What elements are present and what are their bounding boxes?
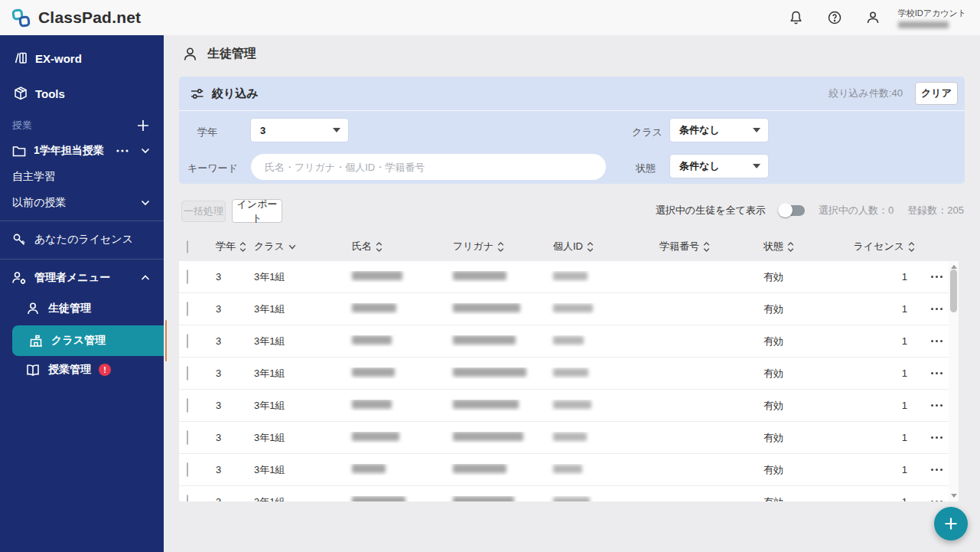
tools-icon (12, 85, 29, 102)
sidebar-item-ex-word[interactable]: EX-word (0, 47, 164, 69)
table-header-cell[interactable]: 学籍番号 (653, 240, 757, 253)
sort-both-icon[interactable] (787, 242, 794, 252)
sort-both-icon[interactable] (587, 242, 594, 252)
sort-both-icon[interactable] (703, 242, 710, 252)
account-person-icon[interactable] (860, 5, 886, 31)
notification-bell-icon[interactable] (783, 5, 809, 31)
furigana-redacted (453, 400, 519, 409)
sidebar-item-lesson-folder[interactable]: 1学年担当授業 (0, 141, 164, 161)
sidebar-item-student-management[interactable]: 生徒管理 (0, 298, 164, 319)
grade-select[interactable]: 3 (251, 119, 348, 142)
license-cell: 1 (851, 464, 915, 475)
import-button[interactable]: インポート (232, 199, 282, 223)
previous-chevron-down-icon[interactable] (141, 200, 150, 206)
row-more-icon[interactable] (928, 273, 946, 281)
row-more-icon[interactable] (928, 305, 946, 313)
sidebar-item-self-study[interactable]: 自主学習 (0, 167, 164, 187)
table-header-cell[interactable]: フリガナ (447, 240, 547, 253)
add-lesson-button[interactable] (136, 119, 150, 132)
status-cell: 有効 (757, 431, 851, 445)
column-label: 個人ID (553, 240, 583, 253)
row-checkbox[interactable] (187, 462, 188, 477)
scroll-up-icon[interactable] (951, 265, 957, 269)
chevron-down-icon (333, 128, 340, 132)
folder-chevron-down-icon[interactable] (141, 148, 150, 154)
sidebar-item-label: 以前の授業 (12, 196, 66, 210)
class-select[interactable]: 条件なし (670, 119, 768, 142)
class-cell: 3年1組 (248, 270, 346, 284)
folder-more-icon[interactable] (116, 149, 129, 152)
batch-process-button[interactable]: 一括処理 (181, 201, 226, 222)
grade-cell: 3 (210, 400, 248, 411)
sort-both-icon[interactable] (376, 242, 383, 252)
table-header-cell[interactable]: 氏名 (346, 240, 447, 253)
row-checkbox[interactable] (187, 334, 188, 348)
registered-count: 登録数：205 (907, 204, 964, 217)
personal-id-redacted (553, 400, 591, 409)
lessons-section-label: 授業 (12, 119, 32, 132)
book-icon (24, 362, 41, 377)
sidebar-item-previous-lessons[interactable]: 以前の授業 (0, 193, 164, 213)
furigana-redacted (453, 496, 514, 501)
column-label: 学籍番号 (659, 240, 699, 253)
sidebar-item-admin-menu[interactable]: 管理者メニュー (0, 267, 164, 289)
class-cell: 3年1組 (248, 302, 346, 316)
table-row: 3 3年1組 有効 1 (179, 358, 959, 390)
row-more-icon[interactable] (928, 369, 946, 377)
grade-cell: 3 (210, 303, 248, 315)
sidebar-item-label: クラス管理 (51, 334, 106, 348)
row-checkbox[interactable] (187, 398, 188, 413)
row-more-icon[interactable] (928, 433, 946, 442)
add-student-fab-button[interactable] (934, 507, 968, 541)
sort-down-icon[interactable] (288, 244, 296, 250)
select-all-checkbox[interactable] (187, 240, 188, 253)
row-more-icon[interactable] (928, 401, 946, 410)
sort-both-icon[interactable] (239, 242, 246, 252)
row-checkbox[interactable] (187, 302, 188, 316)
scrollbar-thumb[interactable] (950, 269, 957, 312)
column-label: 学年 (216, 240, 236, 253)
clear-button[interactable]: クリア (915, 82, 958, 105)
row-more-icon[interactable] (928, 498, 946, 501)
name-redacted (352, 464, 386, 473)
row-checkbox[interactable] (187, 269, 188, 284)
sidebar-item-lesson-management[interactable]: 授業管理 ! (0, 359, 164, 381)
class-cell: 3年1組 (248, 335, 346, 348)
show-selected-toggle[interactable] (780, 205, 805, 216)
admin-chevron-up-icon[interactable] (141, 275, 150, 281)
table-header-cell[interactable]: 個人ID (547, 240, 653, 253)
table-row: 3 3年1組 有効 1 (179, 454, 959, 486)
row-checkbox[interactable] (187, 430, 188, 445)
sort-both-icon[interactable] (497, 242, 504, 252)
keyword-search-input[interactable] (251, 154, 606, 180)
status-select[interactable]: 条件なし (670, 155, 768, 178)
scroll-down-icon[interactable] (951, 494, 957, 498)
column-label: 氏名 (352, 240, 372, 253)
sidebar-divider (0, 259, 164, 260)
class-select-value: 条件なし (679, 123, 720, 137)
sidebar-item-your-license[interactable]: あなたのライセンス (0, 229, 164, 250)
table-header-cell[interactable]: 学年 (210, 240, 248, 253)
table-header-cell[interactable]: クラス (248, 240, 346, 253)
license-cell: 1 (851, 303, 915, 315)
license-cell: 1 (851, 432, 915, 443)
table-header-cell[interactable]: 状態 (757, 240, 851, 253)
row-checkbox[interactable] (187, 495, 188, 502)
row-checkbox[interactable] (187, 366, 188, 381)
status-cell: 有効 (757, 399, 851, 413)
sidebar-item-tools[interactable]: Tools (0, 83, 164, 104)
help-icon[interactable] (822, 5, 848, 31)
column-label: 状態 (763, 240, 783, 253)
personal-id-redacted (553, 336, 584, 345)
sidebar-item-label: Tools (35, 87, 65, 100)
name-redacted (352, 271, 402, 280)
row-more-icon[interactable] (928, 337, 946, 345)
account-info[interactable]: 学校IDアカウント (898, 8, 966, 28)
sort-both-icon[interactable] (908, 242, 915, 252)
table-header-cell[interactable]: ライセンス (851, 240, 915, 253)
license-cell: 1 (851, 400, 915, 411)
row-more-icon[interactable] (928, 465, 946, 474)
table-scrollbar[interactable] (949, 261, 959, 501)
class-cell: 3年1組 (248, 495, 346, 502)
sidebar-item-class-management-selected[interactable]: クラス管理 (12, 325, 164, 356)
